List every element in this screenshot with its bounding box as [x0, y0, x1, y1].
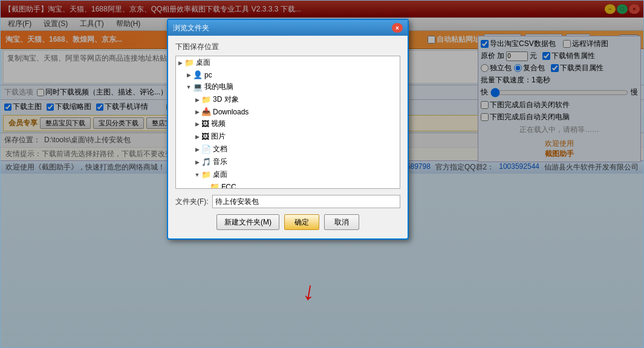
new-folder-button[interactable]: 新建文件夹(M) [216, 214, 279, 230]
tree-item-downloads[interactable]: ▶ 📥 Downloads [176, 106, 400, 117]
picture-icon: 🖼 [201, 132, 209, 141]
tree-item-desktop2[interactable]: ▼ 📁 桌面 [176, 168, 400, 181]
download-icon: 📥 [201, 107, 211, 116]
user-icon: 👤 [193, 70, 203, 79]
tree-arrow: ▶ [193, 109, 201, 115]
tree-arrow: ▶ [176, 60, 184, 66]
main-window: 【截图助手】淘宝、天猫、1688阿里、京东、QQ相册效率截图下载专业工具 V2.… [0, 0, 644, 348]
tree-label-video: 视频 [211, 119, 226, 129]
dialog-title-text: 浏览文件夹 [173, 23, 392, 33]
tree-label-pictures: 图片 [211, 131, 226, 142]
tree-item-fcc[interactable]: 📁 FCC... [176, 181, 400, 189]
dialog-body: 下图保存位置 ▶ 📁 桌面 ▶ 👤 pc ▼ 💻 我的电 [168, 36, 408, 238]
tree-arrow: ▶ [193, 159, 201, 165]
music-icon: 🎵 [201, 157, 211, 166]
folder-input[interactable] [212, 195, 400, 208]
tree-label-fcc: FCC... [221, 183, 242, 189]
tree-arrow: ▶ [193, 134, 201, 140]
tree-arrow: ▼ [193, 172, 201, 178]
video-icon: 🖼 [201, 119, 209, 128]
tree-label-3d: 3D 对象 [213, 94, 239, 105]
tree-label-downloads: Downloads [213, 108, 249, 116]
tree-label-documents: 文档 [213, 144, 227, 154]
tree-item-pictures[interactable]: ▶ 🖼 图片 [176, 130, 400, 143]
folder-row: 文件夹(F): [175, 195, 400, 208]
tree-item-3d[interactable]: ▶ 📁 3D 对象 [176, 93, 400, 106]
tree-label-desktop2: 桌面 [213, 169, 227, 180]
tree-label-mypc: 我的电脑 [204, 82, 233, 92]
tree-arrow: ▶ [193, 97, 201, 103]
tree-label-pc: pc [204, 71, 212, 79]
folder-tree[interactable]: ▶ 📁 桌面 ▶ 👤 pc ▼ 💻 我的电脑 ▶ [175, 56, 400, 189]
tree-item-music[interactable]: ▶ 🎵 音乐 [176, 156, 400, 168]
tree-arrow: ▶ [193, 121, 201, 127]
dialog-close-button[interactable]: × [392, 23, 403, 33]
dialog-section-label: 下图保存位置 [175, 42, 400, 52]
tree-arrow: ▶ [184, 72, 193, 78]
folder-icon-desktop2: 📁 [201, 170, 211, 179]
tree-item-video[interactable]: ▶ 🖼 视频 [176, 117, 400, 130]
document-icon: 📄 [201, 145, 211, 154]
browse-dialog: 浏览文件夹 × 下图保存位置 ▶ 📁 桌面 ▶ 👤 pc [167, 19, 409, 240]
tree-label-desktop1: 桌面 [196, 57, 210, 68]
folder-icon-3d: 📁 [201, 95, 211, 104]
tree-item-documents[interactable]: ▶ 📄 文档 [176, 143, 400, 156]
dialog-buttons: 新建文件夹(M) 确定 取消 [175, 214, 400, 232]
folder-label: 文件夹(F): [175, 197, 209, 207]
ok-button[interactable]: 确定 [284, 214, 319, 230]
tree-item-pc[interactable]: ▶ 👤 pc [176, 69, 400, 80]
tree-item-mypc[interactable]: ▼ 💻 我的电脑 [176, 80, 400, 93]
tree-item-desktop1[interactable]: ▶ 📁 桌面 [176, 56, 400, 69]
folder-icon-fcc: 📁 [210, 182, 220, 189]
tree-label-music: 音乐 [213, 157, 227, 167]
pc-icon: 💻 [193, 82, 203, 91]
dialog-title-bar: 浏览文件夹 × [168, 20, 408, 36]
folder-icon: 📁 [184, 58, 194, 67]
tree-arrow: ▼ [184, 84, 193, 90]
tree-arrow: ▶ [193, 146, 201, 153]
cancel-button[interactable]: 取消 [324, 214, 359, 230]
